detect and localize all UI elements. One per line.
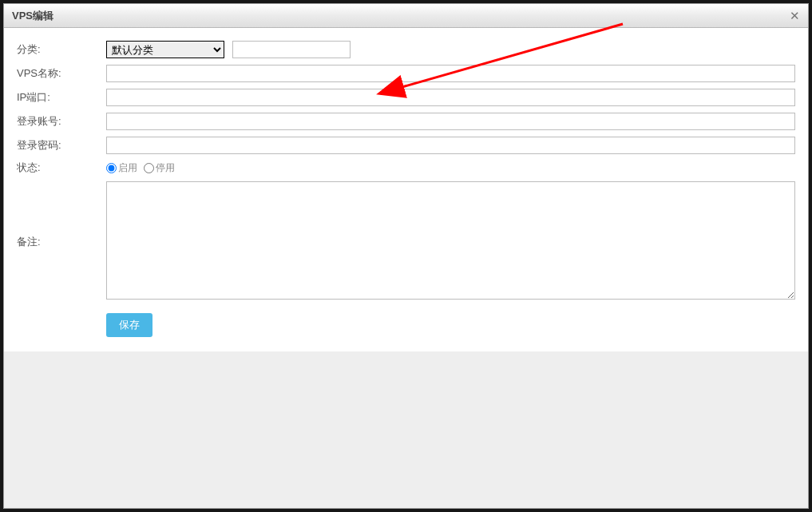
login-password-input[interactable]: [106, 137, 795, 154]
label-ip-port: IP端口:: [15, 85, 105, 109]
status-disable-label[interactable]: 停用: [144, 161, 175, 175]
status-enable-label[interactable]: 启用: [106, 161, 137, 175]
dialog-title: VPS编辑: [12, 9, 53, 23]
status-radio-group: 启用 停用: [106, 161, 795, 175]
category-extra-input[interactable]: [232, 41, 351, 58]
label-login-account: 登录账号:: [15, 109, 105, 133]
vps-edit-dialog: VPS编辑 ✕ 分类: 默认分类 VPS名称: IP端口:: [3, 3, 809, 509]
vps-form: 分类: 默认分类 VPS名称: IP端口: 登录账号:: [15, 38, 797, 340]
status-enable-text: 启用: [118, 161, 137, 175]
dialog-empty-area: [4, 351, 808, 508]
ip-port-input[interactable]: [106, 89, 795, 106]
label-vps-name: VPS名称:: [15, 62, 105, 85]
category-select[interactable]: 默认分类: [106, 41, 224, 58]
label-category: 分类:: [15, 38, 105, 62]
label-login-password: 登录密码:: [15, 133, 105, 157]
login-account-input[interactable]: [106, 113, 795, 130]
status-enable-radio[interactable]: [106, 163, 117, 173]
label-status: 状态:: [15, 157, 105, 178]
close-icon[interactable]: ✕: [787, 9, 802, 23]
remark-textarea[interactable]: [106, 181, 795, 300]
vps-name-input[interactable]: [106, 65, 795, 82]
save-button[interactable]: 保存: [106, 313, 152, 337]
status-disable-radio[interactable]: [144, 163, 154, 173]
dialog-body: 分类: 默认分类 VPS名称: IP端口: 登录账号:: [4, 28, 808, 351]
dialog-header: VPS编辑 ✕: [4, 4, 808, 28]
status-disable-text: 停用: [156, 161, 175, 175]
label-remark: 备注:: [15, 178, 105, 305]
